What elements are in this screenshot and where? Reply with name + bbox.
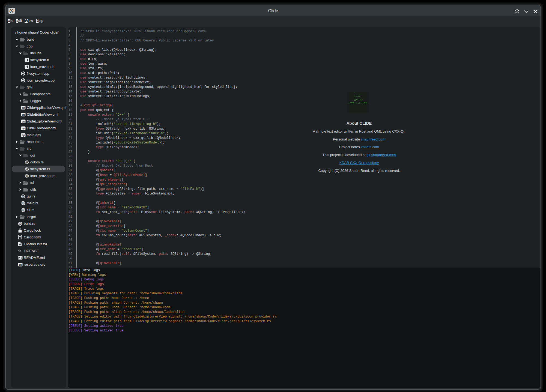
- svg-text:R: R: [19, 222, 21, 225]
- svg-text:R: R: [26, 175, 28, 177]
- svg-text:R: R: [26, 168, 28, 170]
- svg-text:Qt: Qt: [22, 133, 25, 136]
- svg-text:Qt: Qt: [22, 113, 25, 116]
- svg-text:R: R: [22, 195, 24, 198]
- svg-text:R: R: [22, 209, 24, 211]
- svg-text:Qt: Qt: [22, 106, 25, 109]
- svg-text:R: R: [26, 161, 28, 164]
- svg-text:R: R: [22, 202, 24, 205]
- svg-text:Qt: Qt: [22, 120, 25, 123]
- svg-text:Qt: Qt: [19, 263, 22, 266]
- svg-text:Qt: Qt: [22, 127, 25, 130]
